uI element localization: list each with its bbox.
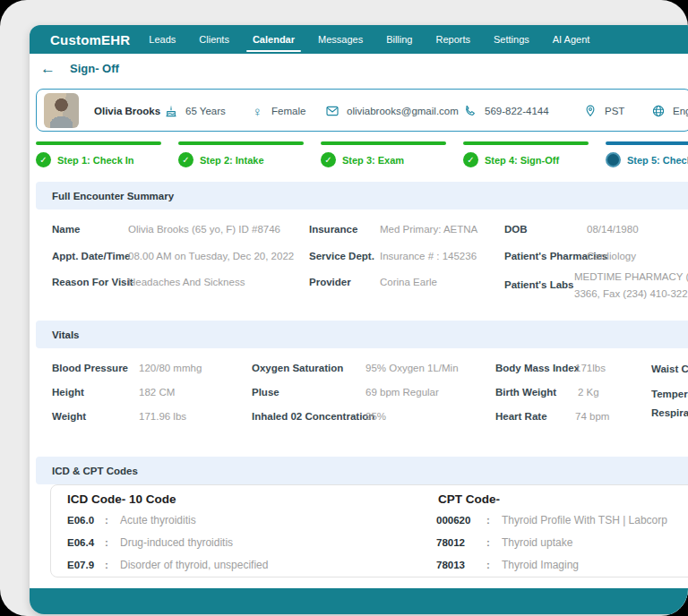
step-label: Step 4: Sign-Off: [485, 155, 559, 166]
email-envelope-icon: [325, 104, 340, 118]
colon-separator: :: [486, 537, 490, 548]
back-arrow-icon[interactable]: ←: [40, 61, 56, 76]
step-progress-bar: [178, 141, 304, 145]
cpt-code: 000620: [436, 515, 470, 526]
icd-code: E07.9: [67, 560, 94, 570]
step-tab-sign-off[interactable]: ✓ Step 4: Sign-Off: [463, 141, 589, 167]
cpt-column-title: CPT Code-: [438, 492, 500, 506]
field-label: Appt. Date/Time: [52, 251, 130, 261]
field-label: Weight: [52, 411, 86, 422]
step-label: Step 5: Checkout: [627, 155, 688, 166]
step-tab-intake[interactable]: ✓ Step 2: Intake: [178, 141, 304, 167]
patient-email: oliviabrooks@gmail.com: [347, 106, 459, 116]
section-title: Full Encounter Summary: [52, 191, 174, 201]
field-value: 95% Oxygen 1L/Min: [366, 363, 459, 373]
field-label: Pluse: [252, 387, 280, 398]
field-value: Insurance # : 145236: [380, 251, 477, 261]
location-pin-icon: [583, 104, 598, 118]
icd-code: E06.4: [67, 537, 94, 548]
field-label: Temperature: [651, 389, 688, 399]
field-value: MEDTIME PHARMACY (ERX 410-3366, Fax (234…: [574, 269, 688, 303]
patient-phone: 569-822-4144: [485, 106, 549, 116]
nav-item-ai-agent[interactable]: AI Agent: [541, 25, 602, 54]
step-label: Step 1: Check In: [57, 155, 134, 166]
patient-phone-item: 569-822-4144: [463, 90, 549, 133]
field-value: Headaches And Sickness: [128, 277, 245, 287]
field-value: 95%: [366, 411, 386, 422]
page-title: Sign- Off: [70, 62, 119, 75]
step-label: Step 2: Intake: [200, 155, 264, 166]
colon-separator: :: [486, 515, 490, 526]
step-label: Step 3: Exam: [342, 155, 404, 166]
field-value: 182 CM: [139, 387, 175, 398]
section-title: Vitals: [52, 329, 79, 340]
field-value: Cardiology: [587, 251, 636, 261]
check-circle-icon: ✓: [36, 152, 51, 167]
field-label: Birth Weight: [495, 387, 556, 398]
nav-menu: Leads Clients Calendar Messages Billing …: [137, 25, 601, 54]
nav-item-messages[interactable]: Messages: [306, 25, 374, 54]
icd-description: Drug-induced thyroiditis: [120, 536, 233, 549]
step-progress-bar: [463, 141, 589, 145]
step-tab-checkout[interactable]: Step 5: Checkout: [606, 141, 688, 167]
field-value: 171lbs: [575, 363, 606, 373]
top-navbar: CustomEHR Leads Clients Calendar Message…: [30, 25, 688, 54]
colon-separator: :: [105, 537, 108, 548]
field-label: Service Dept.: [309, 251, 374, 261]
cpt-code: 78013: [436, 560, 465, 570]
field-value: Olivia Brooks (65 yo, F) ID #8746: [128, 224, 280, 235]
icd-column-title: ICD Code- 10 Code: [67, 492, 176, 506]
field-label: Waist Circumference: [651, 364, 688, 374]
field-label: Provider: [309, 277, 351, 287]
field-value: Med Primary: AETNA: [380, 224, 477, 235]
step-tab-check-in[interactable]: ✓ Step 1: Check In: [36, 141, 161, 167]
bottom-bar: [30, 588, 688, 614]
icd-code: E06.0: [67, 515, 94, 526]
app-window: CustomEHR Leads Clients Calendar Message…: [30, 25, 688, 614]
patient-name: Olivia Brooks: [94, 106, 160, 116]
icd-cpt-codes-card: ICD Code- 10 Code E06.0 : Acute thyroidi…: [50, 484, 688, 578]
nav-item-settings[interactable]: Settings: [482, 25, 541, 54]
nav-item-clients[interactable]: Clients: [187, 25, 241, 54]
field-value: 08/14/1980: [587, 224, 639, 235]
step-tab-exam[interactable]: ✓ Step 3: Exam: [321, 141, 446, 167]
step-progress-bar: [606, 141, 688, 145]
birthday-cake-icon: [164, 104, 178, 118]
patient-email-item: oliviabrooks@gmail.com: [325, 90, 459, 133]
patient-age-item: 65 Years: [164, 90, 226, 133]
patient-gender-item: ♀ Female: [250, 90, 305, 133]
globe-icon: [651, 104, 666, 118]
section-title: ICD & CPT Codes: [52, 466, 138, 476]
field-label: Respiratory Rate: [651, 407, 688, 418]
nav-item-reports[interactable]: Reports: [425, 25, 483, 54]
field-label: Blood Pressure: [52, 363, 128, 373]
cpt-description: Thyroid Imaging: [502, 559, 579, 571]
field-value: 2 Kg: [578, 387, 599, 398]
nav-item-billing[interactable]: Billing: [374, 25, 424, 54]
screen: CustomEHR Leads Clients Calendar Message…: [0, 0, 688, 616]
patient-name-item: Olivia Brooks: [94, 90, 160, 133]
check-circle-icon: ✓: [463, 152, 478, 167]
section-header-vitals: Vitals: [36, 321, 688, 348]
cpt-code: 78012: [436, 537, 465, 548]
field-value: Corina Earle: [380, 277, 437, 287]
step-progress-bar: [36, 141, 161, 145]
colon-separator: :: [486, 560, 490, 570]
field-label: Patient's Labs: [504, 279, 574, 290]
patient-info-bar: Olivia Brooks 65 Years ♀ Female oliviabr…: [36, 89, 688, 132]
field-value: 171.96 lbs: [139, 411, 186, 422]
nav-item-leads[interactable]: Leads: [137, 25, 187, 54]
female-gender-icon: ♀: [250, 104, 264, 118]
patient-language: English: [673, 106, 688, 116]
nav-item-calendar[interactable]: Calendar: [241, 25, 306, 54]
colon-separator: :: [105, 560, 108, 570]
field-label: Reason For Visit: [52, 277, 133, 287]
field-label: Height: [52, 387, 84, 398]
field-value: 74 bpm: [575, 411, 609, 422]
step-progress-bar: [321, 141, 446, 145]
patient-timezone-item: PST: [583, 90, 624, 133]
patient-gender: Female: [271, 106, 305, 116]
field-label: Name: [52, 224, 80, 235]
field-value: 120/80 mmhg: [139, 363, 202, 373]
section-header-icd-cpt-codes: ICD & CPT Codes: [36, 457, 688, 484]
